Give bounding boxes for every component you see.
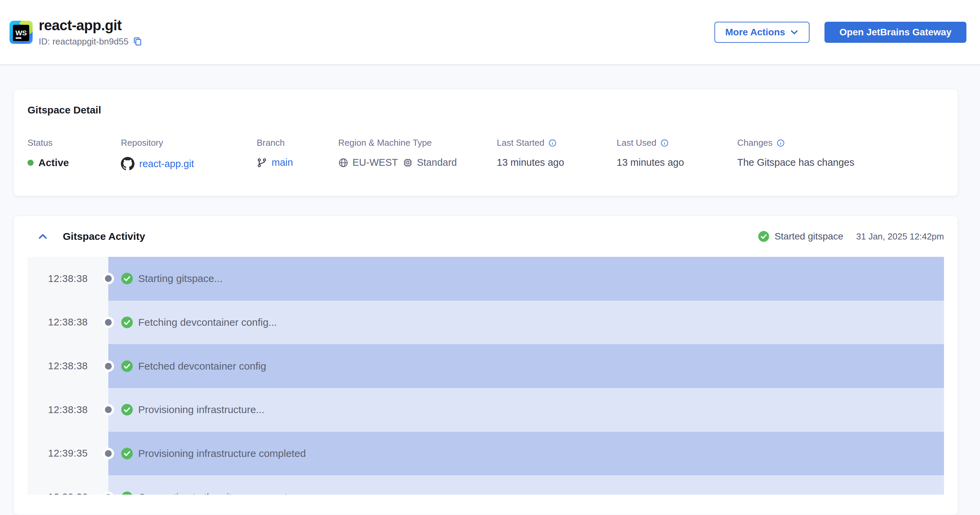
log-timestamp: 12:38:38 xyxy=(48,360,88,372)
log-row: 12:39:35 Provisioning infrastructure com… xyxy=(14,432,958,475)
last-used-label: Last Used xyxy=(617,137,656,148)
log-timestamp: 12:39:36 xyxy=(48,491,88,494)
webstorm-icon: WS xyxy=(10,21,33,44)
info-icon[interactable] xyxy=(549,139,557,147)
timeline-dot-icon xyxy=(103,273,114,284)
field-changes: Changes The Gitspace has changes xyxy=(737,137,944,171)
repository-link[interactable]: react-app.git xyxy=(139,158,194,169)
branch-label: Branch xyxy=(257,137,285,148)
field-last-started: Last Started 13 minutes ago xyxy=(497,137,617,171)
last-started-value: 13 minutes ago xyxy=(497,157,564,168)
log-row: 12:39:36 Connecting to the gitspace agen… xyxy=(14,475,958,494)
log-row: 12:38:38 Fetching devcontainer config... xyxy=(14,301,958,344)
activity-status-time: 31 Jan, 2025 12:42pm xyxy=(856,231,944,242)
log-row: 12:38:38 Provisioning infrastructure... xyxy=(14,388,958,432)
log-timestamp: 12:39:35 xyxy=(48,448,88,459)
webstorm-badge: WS xyxy=(13,25,29,41)
git-branch-icon xyxy=(257,158,267,168)
check-circle-icon xyxy=(121,491,133,494)
more-actions-label: More Actions xyxy=(725,27,785,38)
check-circle-icon xyxy=(121,273,133,284)
machine-type-value: Standard xyxy=(417,157,457,168)
timeline-dot-icon xyxy=(103,360,114,372)
log-timestamp: 12:38:38 xyxy=(48,273,88,284)
log-row: 12:38:38 Starting gitspace... xyxy=(14,257,958,301)
region-value: EU-WEST xyxy=(353,157,398,168)
gitspace-id: ID: reactappgit-bn9d55 xyxy=(39,36,129,47)
changes-value: The Gitspace has changes xyxy=(737,157,854,168)
field-last-used: Last Used 13 minutes ago xyxy=(617,137,737,171)
field-region-machine: Region & Machine Type EU-WEST Standar xyxy=(338,137,497,171)
gitspace-detail-card: Gitspace Detail Status Active Repository… xyxy=(14,89,958,196)
timeline-dot-icon xyxy=(103,404,114,416)
field-status: Status Active xyxy=(27,137,121,171)
detail-card-title: Gitspace Detail xyxy=(27,104,944,116)
last-started-label: Last Started xyxy=(497,137,544,148)
log-message: Fetching devcontainer config... xyxy=(138,317,277,328)
chevron-down-icon xyxy=(790,28,799,37)
check-circle-icon xyxy=(121,404,133,416)
log-message: Starting gitspace... xyxy=(138,273,223,284)
title-block: WS react-app.git ID: reactappgit-bn9d55 xyxy=(10,18,142,46)
branch-link[interactable]: main xyxy=(272,157,293,168)
info-icon[interactable] xyxy=(776,139,785,147)
check-circle-icon xyxy=(121,448,133,459)
status-dot-icon xyxy=(27,159,33,166)
status-value: Active xyxy=(38,157,69,169)
check-circle-icon xyxy=(758,231,769,242)
log-row: 12:38:38 Fetched devcontainer config xyxy=(14,344,958,388)
check-circle-icon xyxy=(121,360,133,372)
more-actions-button[interactable]: More Actions xyxy=(714,22,810,43)
page-header: WS react-app.git ID: reactappgit-bn9d55 … xyxy=(0,0,980,65)
log-timestamp: 12:38:38 xyxy=(48,317,88,328)
github-icon xyxy=(121,157,134,171)
page-title: react-app.git xyxy=(39,18,142,33)
field-branch: Branch main xyxy=(257,137,338,171)
timeline-dot-icon xyxy=(103,448,114,459)
region-machine-label: Region & Machine Type xyxy=(338,137,432,148)
last-used-value: 13 minutes ago xyxy=(617,157,684,168)
timeline-dot-icon xyxy=(103,317,114,328)
field-repository: Repository react-app.git xyxy=(121,137,257,171)
log-timestamp: 12:38:38 xyxy=(48,404,88,416)
activity-log[interactable]: 12:38:38 Starting gitspace... 12:38:38 F… xyxy=(14,257,958,494)
status-label: Status xyxy=(27,137,52,148)
open-jetbrains-gateway-button[interactable]: Open JetBrains Gateway xyxy=(824,22,966,43)
repository-label: Repository xyxy=(121,137,163,148)
log-message: Fetched devcontainer config xyxy=(138,360,266,372)
log-message: Connecting to the gitspace agent xyxy=(138,491,287,494)
globe-icon xyxy=(338,158,348,168)
log-message: Provisioning infrastructure... xyxy=(138,404,264,416)
activity-status-label: Started gitspace xyxy=(775,231,843,242)
machine-type-icon xyxy=(403,158,413,168)
changes-label: Changes xyxy=(737,137,773,148)
copy-icon[interactable] xyxy=(133,37,142,46)
log-message: Provisioning infrastructure completed xyxy=(138,448,306,459)
chevron-up-icon[interactable] xyxy=(38,231,48,242)
gitspace-activity-card: Gitspace Activity Started gitspace 31 Ja… xyxy=(14,216,958,515)
check-circle-icon xyxy=(121,317,133,328)
activity-card-title: Gitspace Activity xyxy=(63,231,145,242)
activity-status: Started gitspace 31 Jan, 2025 12:42pm xyxy=(758,231,944,242)
info-icon[interactable] xyxy=(660,139,668,147)
